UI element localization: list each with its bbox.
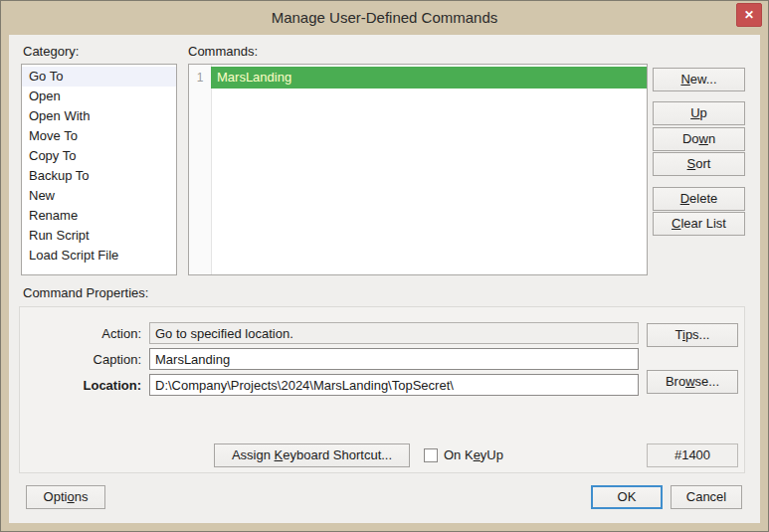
cancel-button[interactable]: Cancel	[671, 485, 742, 509]
caption-field[interactable]	[149, 348, 639, 370]
command-row-name: MarsLanding	[211, 67, 647, 89]
category-item-new[interactable]: New	[22, 186, 176, 206]
commands-label: Commands:	[188, 44, 258, 60]
label-post: ort	[695, 156, 710, 171]
browse-button[interactable]: Browse...	[647, 370, 738, 394]
category-item-move-to[interactable]: Move To	[22, 126, 176, 146]
label-mnemonic: S	[687, 156, 696, 171]
action-field[interactable]	[149, 322, 639, 344]
label-post: p	[700, 105, 707, 120]
label-post: lear List	[680, 216, 726, 231]
close-icon: ✕	[744, 8, 754, 22]
category-item-load-script-file[interactable]: Load Script File	[22, 246, 176, 266]
label-mnemonic: C	[672, 216, 680, 231]
label-pre: Assign	[232, 447, 275, 462]
label-mnemonic: N	[680, 72, 689, 87]
command-properties-label: Command Properties:	[23, 285, 148, 301]
category-item-copy-to[interactable]: Copy To	[22, 146, 176, 166]
label-pre: Bro	[666, 374, 685, 389]
category-item-run-script[interactable]: Run Script	[22, 226, 176, 246]
category-list[interactable]: Go To Open Open With Move To Copy To Bac…	[21, 64, 177, 275]
category-item-backup-to[interactable]: Backup To	[22, 166, 176, 186]
action-label: Action:	[20, 326, 141, 342]
category-label: Category:	[23, 44, 79, 60]
tips-button[interactable]: Tips...	[647, 323, 738, 347]
label-post: ns	[75, 489, 89, 504]
location-field[interactable]	[149, 374, 639, 396]
ok-button[interactable]: OK	[591, 485, 663, 509]
dialog-title: Manage User-Defined Commands	[1, 1, 768, 34]
up-button[interactable]: Up	[653, 101, 745, 125]
label-mnemonic: w	[699, 131, 708, 146]
options-button[interactable]: Options	[26, 485, 105, 509]
command-id-badge[interactable]: #1400	[647, 443, 738, 467]
label-mnemonic: D	[680, 191, 689, 206]
label-mnemonic: w	[685, 374, 694, 389]
label-post: ew...	[690, 72, 717, 87]
commands-number-gutter	[189, 65, 212, 274]
titlebar[interactable]: Manage User-Defined Commands ✕	[1, 1, 768, 35]
command-row[interactable]: 1 MarsLanding	[189, 67, 647, 89]
location-label: Location:	[20, 378, 141, 394]
on-keyup-checkbox[interactable]	[424, 448, 438, 462]
label-pre: Do	[682, 131, 699, 146]
label-mnemonic: o	[67, 489, 74, 504]
category-item-open-with[interactable]: Open With	[22, 106, 176, 126]
category-item-rename[interactable]: Rename	[22, 206, 176, 226]
category-item-open[interactable]: Open	[22, 87, 176, 106]
caption-label: Caption:	[20, 352, 141, 368]
label-pre: T	[675, 327, 682, 342]
manage-commands-dialog: Manage User-Defined Commands ✕ Category:…	[0, 0, 769, 532]
label-mnemonic: e	[474, 447, 481, 462]
commands-list[interactable]: 1 MarsLanding	[188, 64, 648, 275]
label-post: yUp	[481, 447, 503, 462]
command-row-number: 1	[189, 67, 211, 89]
on-keyup-label: On KeyUp	[444, 447, 503, 463]
close-button[interactable]: ✕	[736, 3, 762, 27]
label-post: n	[708, 131, 715, 146]
down-button[interactable]: Down	[653, 127, 745, 151]
label-pre: Opti	[44, 489, 68, 504]
label-post: ps...	[685, 327, 710, 342]
label-post: se...	[695, 374, 720, 389]
label-pre: On K	[444, 447, 474, 462]
command-properties-panel: Action: Caption: Location: Tips... Brows…	[19, 306, 745, 473]
clear-list-button[interactable]: Clear List	[653, 212, 745, 236]
sort-button[interactable]: Sort	[653, 152, 745, 176]
assign-keyboard-shortcut-button[interactable]: Assign Keyboard Shortcut...	[214, 443, 410, 467]
dialog-body: Category: Go To Open Open With Move To C…	[9, 35, 760, 523]
new-button[interactable]: New...	[653, 68, 745, 91]
label-post: elete	[689, 191, 717, 206]
delete-button[interactable]: Delete	[653, 187, 745, 211]
label-mnemonic: U	[690, 105, 699, 120]
category-item-go-to[interactable]: Go To	[22, 67, 176, 87]
label-mnemonic: K	[275, 447, 284, 462]
label-post: eyboard Shortcut...	[283, 447, 392, 462]
